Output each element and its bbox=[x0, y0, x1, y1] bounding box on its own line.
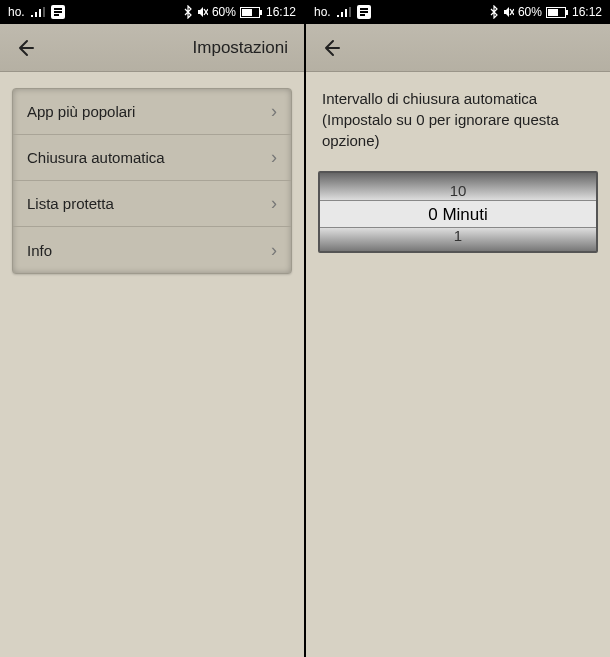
mute-icon bbox=[196, 6, 208, 18]
settings-menu: App più popolari › Chiusura automatica ›… bbox=[12, 88, 292, 274]
back-arrow-icon bbox=[13, 37, 35, 59]
clock: 16:12 bbox=[266, 5, 296, 19]
chevron-right-icon: › bbox=[271, 101, 277, 122]
picker-selected-value: 0 Minuti bbox=[320, 200, 596, 228]
app-bar: Impostazioni bbox=[0, 24, 304, 72]
chevron-right-icon: › bbox=[271, 240, 277, 261]
menu-item-label: Chiusura automatica bbox=[27, 149, 165, 166]
menu-item-label: Lista protetta bbox=[27, 195, 114, 212]
menu-item-popular-apps[interactable]: App più popolari › bbox=[13, 89, 291, 135]
battery-percent: 60% bbox=[518, 5, 542, 19]
left-screen: ho. 60% 16:12 Impostazioni App più popol… bbox=[0, 0, 304, 657]
clock: 16:12 bbox=[572, 5, 602, 19]
battery-icon bbox=[546, 7, 568, 18]
battery-percent: 60% bbox=[212, 5, 236, 19]
interval-picker[interactable]: 10 0 Minuti 1 bbox=[318, 171, 598, 253]
signal-icon bbox=[31, 7, 45, 17]
status-bar: ho. 60% 16:12 bbox=[0, 0, 304, 24]
chevron-right-icon: › bbox=[271, 193, 277, 214]
status-bar: ho. 60% 16:12 bbox=[306, 0, 610, 24]
battery-icon bbox=[240, 7, 262, 18]
picker-prev-value: 10 bbox=[320, 173, 596, 200]
app-bar bbox=[306, 24, 610, 72]
back-arrow-icon bbox=[319, 37, 341, 59]
svg-rect-3 bbox=[242, 9, 252, 16]
menu-item-auto-close[interactable]: Chiusura automatica › bbox=[13, 135, 291, 181]
back-button[interactable] bbox=[12, 36, 36, 60]
carrier-label: ho. bbox=[8, 5, 25, 19]
svg-rect-6 bbox=[566, 10, 568, 15]
setting-description: Intervallo di chiusura automatica (Impos… bbox=[318, 88, 598, 151]
svg-rect-2 bbox=[260, 10, 262, 15]
back-button[interactable] bbox=[318, 36, 342, 60]
menu-item-info[interactable]: Info › bbox=[13, 227, 291, 273]
page-title: Impostazioni bbox=[36, 38, 292, 58]
app-badge-icon bbox=[357, 5, 371, 19]
menu-item-protected-list[interactable]: Lista protetta › bbox=[13, 181, 291, 227]
mute-icon bbox=[502, 6, 514, 18]
picker-next-value: 1 bbox=[320, 228, 596, 253]
bluetooth-icon bbox=[184, 5, 192, 19]
menu-item-label: App più popolari bbox=[27, 103, 135, 120]
right-screen: ho. 60% 16:12 Intervallo di chiusura aut… bbox=[306, 0, 610, 657]
signal-icon bbox=[337, 7, 351, 17]
bluetooth-icon bbox=[490, 5, 498, 19]
svg-rect-7 bbox=[548, 9, 558, 16]
content-area: App più popolari › Chiusura automatica ›… bbox=[0, 72, 304, 657]
carrier-label: ho. bbox=[314, 5, 331, 19]
content-area: Intervallo di chiusura automatica (Impos… bbox=[306, 72, 610, 657]
app-badge-icon bbox=[51, 5, 65, 19]
menu-item-label: Info bbox=[27, 242, 52, 259]
chevron-right-icon: › bbox=[271, 147, 277, 168]
